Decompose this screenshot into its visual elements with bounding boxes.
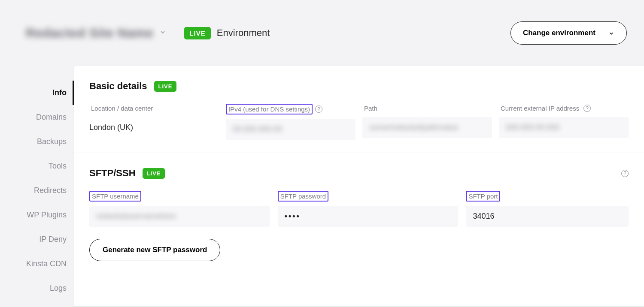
sftp-username-column: SFTP username redactedusernamehere: [89, 191, 270, 227]
sidebar-item-tools[interactable]: Tools: [0, 154, 74, 178]
sidebar-item-logs[interactable]: Logs: [0, 276, 74, 301]
sftp-live-badge: LIVE: [143, 168, 165, 179]
sidebar-item-domains[interactable]: Domains: [0, 105, 74, 129]
live-badge: LIVE: [184, 27, 210, 39]
sftp-username-value[interactable]: redactedusernamehere: [89, 206, 270, 227]
sftp-section: SFTP/SSH LIVE ? SFTP username redactedus…: [74, 153, 644, 274]
ipv4-label: IPv4 (used for DNS settings): [226, 104, 313, 114]
ext-ip-help-icon[interactable]: ?: [583, 105, 591, 112]
basic-details-title: Basic details: [89, 81, 147, 92]
location-column: Location / data center London (UK): [89, 104, 219, 140]
site-name[interactable]: Redacted Site Name: [26, 26, 153, 40]
site-name-chevron-icon[interactable]: [159, 29, 166, 37]
sftp-username-label: SFTP username: [89, 191, 141, 202]
ext-ip-value[interactable]: 000.000.00.000: [499, 117, 629, 138]
sidebar: Info Domains Backups Tools Redirects WP …: [0, 66, 74, 301]
main-panel: Basic details LIVE Location / data cente…: [74, 66, 644, 306]
path-column: Path some/redacted/path/value: [362, 104, 492, 140]
path-label: Path: [362, 104, 379, 113]
location-label: Location / data center: [89, 104, 155, 113]
ext-ip-label: Current external IP address: [499, 104, 581, 113]
sftp-port-label: SFTP port: [466, 191, 500, 202]
path-value[interactable]: some/redacted/path/value: [362, 117, 492, 138]
sftp-password-value[interactable]: ••••: [278, 206, 459, 227]
sidebar-item-backups[interactable]: Backups: [0, 129, 74, 154]
basic-live-badge: LIVE: [154, 81, 177, 92]
sftp-password-column: SFTP password ••••: [278, 191, 459, 227]
sftp-title: SFTP/SSH: [89, 168, 136, 179]
ext-ip-column: Current external IP address ? 000.000.00…: [499, 104, 629, 140]
ipv4-column: IPv4 (used for DNS settings) ? 00.000.00…: [226, 104, 355, 140]
sftp-password-label: SFTP password: [278, 191, 328, 202]
basic-details-section: Basic details LIVE Location / data cente…: [74, 66, 644, 153]
ipv4-help-icon[interactable]: ?: [315, 105, 322, 113]
environment-label: Environment: [217, 27, 270, 39]
ipv4-value[interactable]: 00.000.000.00: [226, 119, 355, 140]
generate-sftp-password-button[interactable]: Generate new SFTP password: [89, 239, 220, 261]
sidebar-item-redirects[interactable]: Redirects: [0, 178, 74, 203]
change-environment-label: Change environment: [523, 29, 595, 37]
change-environment-button[interactable]: Change environment: [510, 21, 627, 45]
environment-indicator: LIVE Environment: [184, 27, 270, 39]
top-header: Redacted Site Name LIVE Environment Chan…: [0, 0, 644, 66]
sftp-help-icon[interactable]: ?: [621, 170, 629, 177]
sidebar-item-ip-deny[interactable]: IP Deny: [0, 227, 74, 252]
sidebar-item-info[interactable]: Info: [0, 81, 74, 105]
chevron-down-icon: [608, 30, 614, 36]
sftp-port-value[interactable]: 34016: [466, 206, 629, 227]
sidebar-item-kinsta-cdn[interactable]: Kinsta CDN: [0, 252, 74, 276]
sidebar-item-wp-plugins[interactable]: WP Plugins: [0, 203, 74, 227]
location-value: London (UK): [89, 117, 219, 138]
sftp-port-column: SFTP port 34016: [466, 191, 629, 227]
